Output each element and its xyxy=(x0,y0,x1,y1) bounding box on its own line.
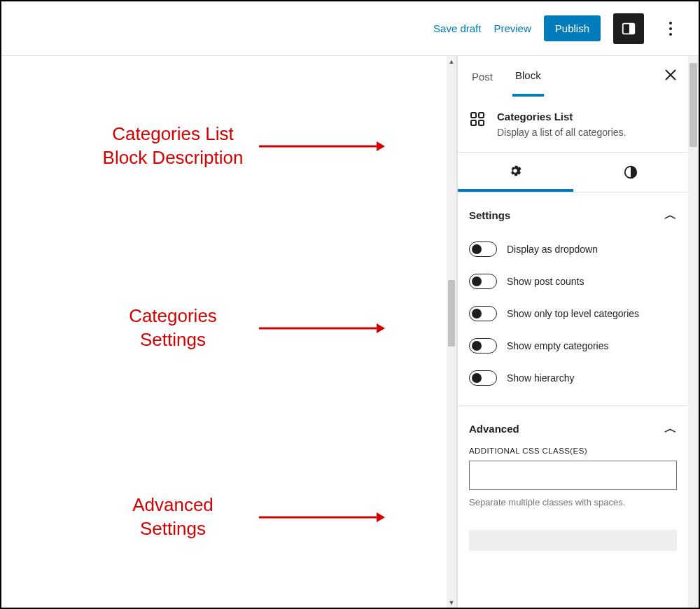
annotation-block-description: Categories List Block Description xyxy=(99,122,385,170)
settings-heading-label: Settings xyxy=(469,209,510,221)
sidebar-panel-icon xyxy=(621,21,636,36)
toggle-empty-categories[interactable] xyxy=(469,338,497,354)
tab-block[interactable]: Block xyxy=(512,57,544,97)
svg-rect-1 xyxy=(629,23,634,34)
toggle-label: Show empty categories xyxy=(507,340,609,351)
canvas-scrollbar[interactable]: ▲ ▼ xyxy=(447,56,457,608)
close-panel-button[interactable] xyxy=(664,67,677,85)
panel-scrollbar[interactable] xyxy=(688,56,699,608)
toggle-display-dropdown[interactable] xyxy=(469,241,497,257)
subtab-settings[interactable] xyxy=(458,153,573,192)
toggle-label: Show only top level categories xyxy=(507,308,639,319)
svg-marker-5 xyxy=(377,323,385,333)
settings-heading[interactable]: Settings ︿ xyxy=(469,204,677,233)
annotation-text: Settings xyxy=(99,328,246,352)
gear-icon xyxy=(507,163,523,178)
svg-rect-12 xyxy=(471,120,476,125)
scroll-thumb[interactable] xyxy=(690,63,697,147)
editor-canvas: Categories List Block Description Catego… xyxy=(1,56,447,608)
block-inspector-panel: Post Block Categories List xyxy=(457,56,699,608)
scroll-thumb[interactable] xyxy=(448,280,455,346)
svg-marker-3 xyxy=(377,141,385,151)
scroll-down-icon[interactable]: ▼ xyxy=(447,597,456,608)
additional-css-label: ADDITIONAL CSS CLASS(ES) xyxy=(469,447,677,455)
settings-section: Settings ︿ Display as dropdown Show post… xyxy=(458,192,688,406)
arrow-right-icon xyxy=(259,321,385,335)
advanced-heading[interactable]: Advanced ︿ xyxy=(469,417,677,447)
ghost-area xyxy=(469,530,677,551)
sidebar-toggle-button[interactable] xyxy=(613,13,644,44)
inspector-tabs: Post Block xyxy=(458,56,688,97)
toggle-label: Show post counts xyxy=(507,276,584,287)
publish-button[interactable]: Publish xyxy=(544,15,601,41)
chevron-up-icon: ︿ xyxy=(664,420,677,437)
svg-rect-10 xyxy=(471,113,476,118)
contrast-icon xyxy=(623,164,638,180)
toggle-label: Show hierarchy xyxy=(507,372,575,384)
annotation-text: Categories List xyxy=(99,122,246,146)
additional-css-help: Separate multiple classes with spaces. xyxy=(469,497,677,507)
close-icon xyxy=(664,69,677,81)
inspector-subtabs xyxy=(458,153,688,192)
preview-link[interactable]: Preview xyxy=(493,22,531,34)
svg-marker-7 xyxy=(377,512,385,522)
annotation-text: Block Description xyxy=(99,146,246,170)
additional-css-input[interactable] xyxy=(469,461,677,490)
chevron-up-icon: ︿ xyxy=(664,206,677,223)
annotation-text: Settings xyxy=(99,517,246,541)
toggle-hierarchy[interactable] xyxy=(469,370,497,386)
block-description: Categories List Display a list of all ca… xyxy=(458,97,688,153)
block-description-text: Display a list of all categories. xyxy=(497,127,626,138)
toggle-label: Display as dropdown xyxy=(507,244,598,255)
annotation-advanced: Advanced Settings xyxy=(99,493,385,541)
more-options-button[interactable] xyxy=(657,22,685,36)
annotation-text: Advanced xyxy=(99,493,246,517)
annotation-settings: Categories Settings xyxy=(99,304,385,352)
advanced-section: Advanced ︿ ADDITIONAL CSS CLASS(ES) Sepa… xyxy=(458,406,688,519)
annotation-text: Categories xyxy=(99,304,246,328)
scroll-up-icon[interactable]: ▲ xyxy=(447,56,456,66)
advanced-heading-label: Advanced xyxy=(469,423,519,435)
toggle-top-level[interactable] xyxy=(469,306,497,321)
svg-rect-11 xyxy=(479,113,484,118)
toggle-post-counts[interactable] xyxy=(469,274,497,289)
arrow-right-icon xyxy=(259,510,385,524)
arrow-right-icon xyxy=(259,139,385,153)
save-draft-link[interactable]: Save draft xyxy=(433,22,481,34)
svg-rect-13 xyxy=(479,120,484,125)
tab-post[interactable]: Post xyxy=(469,58,496,95)
editor-topbar: Save draft Preview Publish xyxy=(1,1,699,56)
categories-block-icon xyxy=(469,111,486,127)
subtab-styles[interactable] xyxy=(573,153,689,192)
block-title: Categories List xyxy=(497,111,626,122)
